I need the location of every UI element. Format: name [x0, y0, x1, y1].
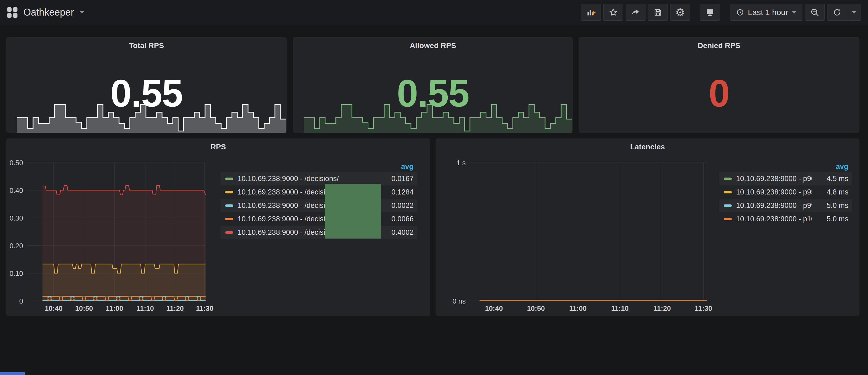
clock-icon [736, 8, 744, 17]
dashboard-title[interactable]: Oathkeeper [23, 7, 74, 18]
series-color-swatch [724, 205, 732, 207]
add-panel-button[interactable] [581, 4, 601, 21]
series-color-swatch [225, 205, 233, 207]
rps-plot-area[interactable] [27, 162, 206, 301]
panel-title[interactable]: Total RPS [6, 41, 287, 50]
floppy-save-icon [653, 8, 662, 17]
stat-value: 0 [579, 71, 859, 116]
rps-legend: avg10.10.69.238:9000 - /decisions/0.0167… [220, 161, 417, 239]
legend-avg-value: 5.0 ms [812, 215, 852, 223]
legend-row[interactable]: 10.10.69.238:9000 - p1005.0 ms [719, 212, 852, 226]
navbar-toolbar: ⚙ Last 1 hour [579, 4, 861, 21]
panel-denied-rps: Denied RPS 0 [579, 37, 859, 133]
legend-row[interactable]: 10.10.69.238:9000 - /decisions/0.0167 [220, 172, 417, 185]
bottom-scroll-strip [0, 372, 25, 375]
x-axis-label: 10:40 [42, 304, 66, 313]
x-axis-label: 11:30 [193, 304, 217, 313]
legend-series-label: 10.10.69.238:9000 - p95 [736, 188, 812, 196]
legend-series-label: 10.10.69.238:9000 - p100 [736, 215, 812, 223]
legend-avg-value: 4.5 ms [812, 175, 852, 183]
panel-title[interactable]: Latencies [436, 143, 859, 151]
y-axis-label: 0.20 [0, 242, 23, 250]
legend-series-label: 10.10.69.238:9000 - /decisions/ [238, 175, 377, 183]
latencies-plot-area[interactable] [469, 162, 707, 301]
monitor-icon [705, 8, 715, 17]
x-axis-label: 11:30 [691, 304, 716, 313]
legend-avg-value: 5.0 ms [812, 201, 852, 210]
legend-row[interactable]: 10.10.69.238:9000 - /decisions/0.0022 [220, 199, 417, 212]
star-button[interactable] [603, 4, 623, 21]
panel-allowed-rps: Allowed RPS 0.55 [293, 37, 573, 133]
legend-row[interactable]: 10.10.69.238:9000 - /decisions/0.4002 [220, 226, 417, 239]
x-axis-label: 11:10 [608, 304, 632, 313]
time-range-picker[interactable]: Last 1 hour [730, 4, 802, 21]
gear-icon: ⚙ [675, 7, 685, 18]
refresh-icon [833, 8, 842, 17]
panel-rps-graph: RPS avg10.10.69.238:9000 - /decisions/0.… [6, 138, 430, 316]
y-axis-label: 1 s [433, 159, 466, 167]
series-color-swatch [225, 191, 233, 193]
star-icon [609, 8, 618, 17]
legend-avg-value: 4.8 ms [812, 188, 852, 196]
legend-row[interactable]: 10.10.69.238:9000 - p995.0 ms [719, 199, 852, 212]
y-axis-label: 0.10 [0, 270, 23, 278]
sparkline [304, 99, 572, 133]
y-axis-label: 0.40 [0, 186, 23, 195]
settings-button[interactable]: ⚙ [670, 4, 690, 21]
cycle-view-button[interactable] [700, 4, 720, 21]
legend-avg-value: 0.0022 [377, 201, 417, 210]
y-axis-label: 0 [0, 297, 23, 306]
dashboards-grid-icon[interactable] [7, 7, 18, 18]
series-color-swatch [724, 218, 732, 220]
legend-row[interactable]: 10.10.69.238:9000 - /decisions/0.0066 [220, 212, 417, 226]
zoom-out-icon [810, 8, 819, 17]
legend-avg-value: 0.0167 [377, 175, 417, 183]
series-color-swatch [724, 191, 732, 193]
navbar: Oathkeeper [0, 0, 868, 25]
chevron-down-icon[interactable] [80, 11, 84, 14]
chevron-down-icon [852, 11, 856, 14]
refresh-button[interactable] [827, 4, 847, 21]
y-axis-label: 0.30 [0, 214, 23, 222]
legend-avg-value: 0.0066 [377, 215, 417, 223]
bar-chart-plus-icon [586, 8, 595, 17]
y-axis-label: 0 ns [433, 297, 466, 306]
x-axis-label: 11:10 [133, 304, 157, 313]
legend-avg-value: 0.4002 [377, 228, 417, 237]
legend-series-label: 10.10.69.238:9000 - p99 [736, 201, 812, 210]
x-axis-label: 11:00 [566, 304, 590, 313]
legend-avg-value: 0.1284 [377, 188, 417, 196]
series-color-swatch [724, 178, 732, 180]
legend-series-label: 10.10.69.238:9000 - p90 [736, 175, 812, 183]
legend-avg-header[interactable]: avg [220, 161, 417, 172]
latencies-legend: avg10.10.69.238:9000 - p904.5 ms10.10.69… [719, 161, 852, 226]
legend-row[interactable]: 10.10.69.238:9000 - p954.8 ms [719, 185, 852, 199]
panel-title[interactable]: RPS [6, 143, 430, 151]
x-axis-label: 10:50 [72, 304, 96, 313]
legend-row[interactable]: 10.10.69.238:9000 - p904.5 ms [719, 172, 852, 185]
x-axis-label: 11:20 [650, 304, 674, 313]
panel-title[interactable]: Allowed RPS [293, 41, 573, 50]
refresh-interval-dropdown[interactable] [847, 4, 861, 21]
x-axis-label: 11:00 [102, 304, 127, 313]
panel-title[interactable]: Denied RPS [579, 41, 859, 50]
series-color-swatch [225, 218, 233, 220]
save-button[interactable] [648, 4, 668, 21]
dashboard-title-dropdown[interactable]: Oathkeeper [7, 7, 84, 18]
redaction-overlay [324, 184, 381, 239]
chevron-down-icon [792, 11, 796, 14]
time-range-label: Last 1 hour [748, 8, 788, 17]
y-axis-label: 0.50 [0, 159, 23, 167]
zoom-out-button[interactable] [805, 4, 825, 21]
legend-row[interactable]: 10.10.69.238:9000 - /decisions/0.1284 [220, 185, 417, 199]
panel-latencies-graph: Latencies avg10.10.69.238:9000 - p904.5 … [436, 138, 859, 316]
share-button[interactable] [626, 4, 646, 21]
x-axis-label: 10:40 [482, 304, 506, 313]
series-color-swatch [225, 231, 233, 234]
panel-total-rps: Total RPS 0.55 [6, 37, 287, 133]
x-axis-label: 10:50 [524, 304, 548, 313]
x-axis-label: 11:20 [163, 304, 187, 313]
legend-avg-header[interactable]: avg [719, 161, 852, 172]
series-color-swatch [225, 178, 233, 180]
share-arrow-icon [631, 8, 640, 17]
